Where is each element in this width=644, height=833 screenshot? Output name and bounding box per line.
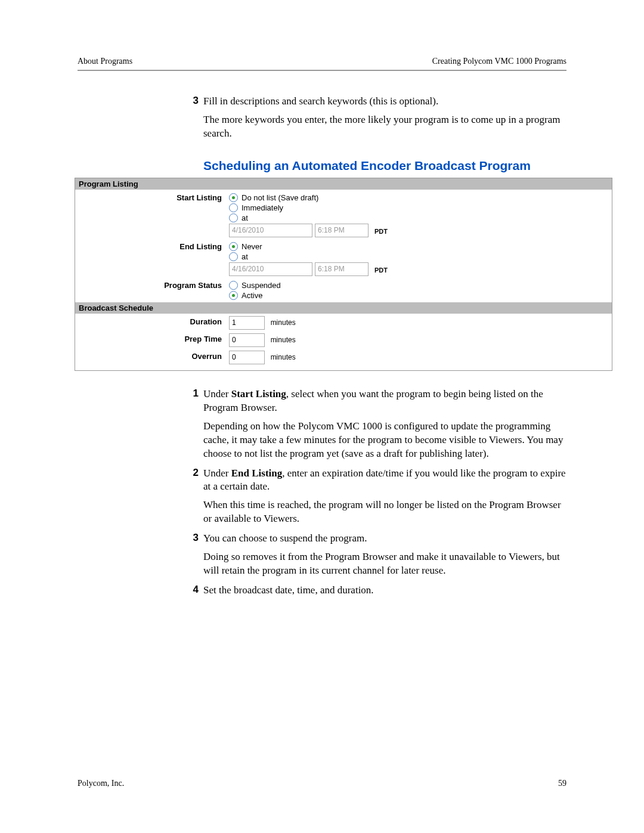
text-part: Under [203,388,231,400]
duration-unit: minutes [267,318,296,327]
start-listing-at[interactable]: at [229,213,608,222]
step-number: 1 [182,388,203,415]
end-listing-tz: PDT [371,265,390,274]
section-title: Scheduling an Automated Encoder Broadcas… [203,159,566,173]
step-text: Under End Listing, enter an expiration d… [203,467,566,494]
radio-icon [229,281,238,290]
text-part: Under [203,467,231,479]
step-text: You can choose to suspend the program. [203,532,367,546]
program-status-active[interactable]: Active [229,291,608,300]
end-listing-time-input[interactable] [315,262,369,276]
radio-label: at [242,213,248,222]
prep-time-unit: minutes [267,336,296,344]
step-3: 3 You can choose to suspend the program. [182,532,566,546]
radio-icon [229,242,238,251]
radio-label: Active [242,291,262,300]
prep-time-label: Prep Time [79,333,229,347]
broadcast-schedule-header: Broadcast Schedule [75,302,612,314]
step-text: Set the broadcast date, time, and durati… [203,584,374,597]
step-text: Under Start Listing, select when you wan… [203,388,566,415]
step-2: 2 Under End Listing, enter an expiration… [182,467,566,494]
radio-icon [229,193,238,202]
radio-icon [229,291,238,300]
start-listing-immediately[interactable]: Immediately [229,203,608,212]
end-listing-date-input[interactable] [229,262,312,276]
intro-step-3: 3 Fill in descriptions and search keywor… [182,95,566,109]
step-number: 2 [182,467,203,494]
step-1-para: Depending on how the Polycom VMC 1000 is… [203,420,566,461]
intro-step-3-para: The more keywords you enter, the more li… [203,113,566,141]
program-status-label: Program Status [79,280,229,301]
step-number: 3 [182,532,203,546]
radio-icon [229,252,238,261]
header-right: Creating Polycom VMC 1000 Programs [432,57,566,66]
step-1: 1 Under Start Listing, select when you w… [182,388,566,415]
start-listing-tz: PDT [371,226,390,235]
header-left: About Programs [78,57,132,66]
start-listing-label: Start Listing [79,192,229,237]
start-listing-time-input[interactable] [315,224,369,237]
overrun-input[interactable] [229,351,265,364]
radio-icon [229,203,238,212]
start-listing-no-list[interactable]: Do not list (Save draft) [229,193,608,202]
text-bold: End Listing [231,467,283,479]
step-number: 4 [182,584,203,597]
end-listing-never[interactable]: Never [229,242,608,251]
text-bold: Start Listing [231,388,286,400]
start-listing-date-input[interactable] [229,224,312,237]
radio-label: Never [242,242,262,251]
radio-label: Suspended [242,281,281,290]
footer-page-number: 59 [558,779,566,788]
program-status-suspended[interactable]: Suspended [229,281,608,290]
footer-left: Polycom, Inc. [78,779,124,788]
prep-time-input[interactable] [229,333,265,347]
overrun-label: Overrun [79,351,229,364]
step-3-para: Doing so removes it from the Program Bro… [203,550,566,578]
end-listing-at[interactable]: at [229,252,608,261]
radio-icon [229,213,238,222]
form-screenshot: Program Listing Start Listing Do not lis… [75,178,612,371]
duration-label: Duration [79,316,229,330]
overrun-unit: minutes [267,353,296,361]
page-header: About Programs Creating Polycom VMC 1000… [78,57,566,71]
radio-label: Do not list (Save draft) [242,193,318,202]
step-4: 4 Set the broadcast date, time, and dura… [182,584,566,597]
step-text: Fill in descriptions and search keywords… [203,95,438,109]
step-number: 3 [182,95,203,109]
radio-label: Immediately [242,203,283,212]
step-2-para: When this time is reached, the program w… [203,498,566,526]
radio-label: at [242,252,248,261]
page-footer: Polycom, Inc. 59 [78,779,566,788]
duration-input[interactable] [229,316,265,330]
program-listing-header: Program Listing [75,178,612,190]
end-listing-label: End Listing [79,241,229,276]
